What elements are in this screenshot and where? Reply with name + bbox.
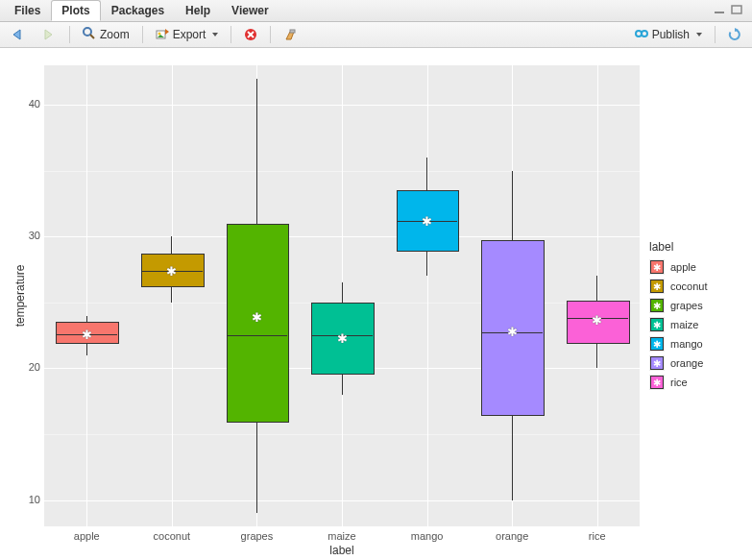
- zoom-icon: [83, 27, 96, 43]
- publish-label: Publish: [652, 28, 690, 41]
- plots-toolbar: Zoom Export Publish: [0, 22, 752, 48]
- plot-panel: ✱✱✱✱✱✱✱: [44, 65, 640, 526]
- plot-area: ✱✱✱✱✱✱✱ 10203040 applecoconutgrapesmaize…: [0, 48, 752, 560]
- refresh-button[interactable]: [723, 25, 746, 44]
- export-label: Export: [173, 28, 206, 41]
- export-button[interactable]: Export: [151, 24, 224, 46]
- forward-button[interactable]: [36, 25, 61, 44]
- box-rice: [567, 301, 630, 344]
- svg-rect-0: [715, 12, 724, 13]
- y-tick-label: 20: [12, 361, 40, 373]
- tab-plots[interactable]: Plots: [51, 0, 100, 21]
- publish-button[interactable]: Publish: [630, 24, 707, 46]
- export-icon: [156, 27, 169, 43]
- legend-item-maize: ✱maize: [649, 315, 745, 334]
- chevron-down-icon: [212, 33, 218, 37]
- zoom-label: Zoom: [100, 28, 130, 41]
- x-tick-label: orange: [496, 530, 528, 542]
- svg-point-11: [642, 31, 647, 37]
- maximize-icon[interactable]: [731, 4, 742, 17]
- minimize-icon[interactable]: [714, 4, 725, 17]
- legend-item-grapes: ✱grapes: [649, 296, 745, 315]
- svg-rect-9: [290, 30, 295, 33]
- chevron-down-icon: [696, 33, 702, 37]
- y-tick-label: 40: [12, 98, 40, 110]
- legend-item-orange: ✱orange: [649, 353, 745, 373]
- back-button[interactable]: [6, 25, 31, 44]
- clear-plots-button[interactable]: [279, 25, 303, 44]
- publish-icon: [635, 27, 648, 43]
- y-tick-label: 10: [12, 494, 40, 505]
- tab-files[interactable]: Files: [4, 0, 51, 21]
- x-tick-label: rice: [589, 530, 606, 542]
- svg-point-2: [84, 28, 91, 36]
- remove-plot-button[interactable]: [239, 25, 262, 44]
- tab-help[interactable]: Help: [175, 0, 221, 21]
- y-axis-label: temperature: [13, 265, 27, 328]
- x-tick-label: maize: [327, 530, 355, 542]
- legend-item-rice: ✱rice: [649, 373, 745, 392]
- x-tick-label: coconut: [154, 530, 191, 542]
- zoom-button[interactable]: Zoom: [78, 24, 134, 46]
- tab-viewer[interactable]: Viewer: [221, 0, 279, 21]
- box-maize: [311, 303, 375, 375]
- legend-title: label: [649, 240, 745, 254]
- x-tick-label: apple: [74, 530, 100, 542]
- box-orange: [481, 240, 545, 416]
- svg-line-3: [90, 35, 94, 38]
- box-grapes: [227, 224, 290, 424]
- svg-rect-1: [732, 6, 741, 13]
- x-axis-label: label: [329, 544, 353, 557]
- legend-item-mango: ✱mango: [649, 334, 745, 353]
- legend-item-coconut: ✱coconut: [649, 277, 745, 296]
- box-apple: [56, 322, 119, 344]
- legend: label ✱apple✱coconut✱grapes✱maize✱mango✱…: [649, 240, 745, 392]
- tab-packages[interactable]: Packages: [101, 0, 175, 21]
- y-tick-label: 30: [12, 230, 40, 241]
- tab-bar: Files Plots Packages Help Viewer: [0, 0, 752, 22]
- x-tick-label: mango: [411, 530, 444, 542]
- x-tick-label: grapes: [241, 530, 274, 542]
- legend-item-apple: ✱apple: [649, 257, 745, 277]
